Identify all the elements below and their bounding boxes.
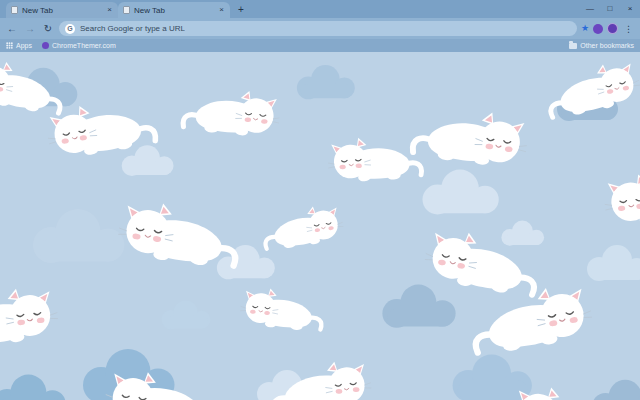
folder-icon — [569, 43, 577, 49]
bookmark-chromethemer[interactable]: ChromeThemer.com — [42, 42, 116, 49]
close-window-button[interactable]: × — [620, 0, 640, 18]
window-controls: — □ × — [580, 0, 640, 18]
bookmark-star-icon[interactable]: ★ — [581, 24, 589, 33]
bookmark-label: Apps — [16, 42, 32, 49]
page-icon — [123, 6, 130, 14]
close-tab-icon[interactable]: × — [106, 6, 113, 14]
menu-icon[interactable]: ⋮ — [622, 24, 635, 34]
forward-button[interactable]: → — [23, 24, 37, 34]
tab-title: New Tab — [134, 6, 214, 15]
address-bar-placeholder: Search Google or type a URL — [80, 24, 185, 33]
bookmark-favicon — [42, 42, 49, 49]
bookmark-label: ChromeThemer.com — [52, 42, 116, 49]
google-logo-icon: G — [65, 24, 75, 34]
close-tab-icon[interactable]: × — [218, 6, 225, 14]
minimize-button[interactable]: — — [580, 0, 600, 18]
address-bar[interactable]: G Search Google or type a URL — [59, 21, 577, 36]
tab-title: New Tab — [22, 6, 102, 15]
new-tab-button[interactable]: + — [234, 3, 248, 17]
other-bookmarks-label: Other bookmarks — [580, 42, 634, 49]
tab-strip: New Tab × New Tab × + — □ × — [0, 0, 640, 18]
reload-button[interactable]: ↻ — [41, 24, 55, 34]
toolbar: ← → ↻ G Search Google or type a URL ★ ⋮ — [0, 18, 640, 39]
apps-grid-icon — [6, 42, 13, 49]
maximize-button[interactable]: □ — [600, 0, 620, 18]
back-button[interactable]: ← — [5, 24, 19, 34]
tab-new-tab-2[interactable]: New Tab × — [118, 2, 230, 18]
profile-avatar[interactable] — [607, 23, 618, 34]
wallpaper-cats-illustration — [0, 52, 640, 400]
bookmarks-bar: Apps ChromeThemer.com Other bookmarks — [0, 39, 640, 52]
other-bookmarks[interactable]: Other bookmarks — [569, 42, 634, 49]
browser-window: New Tab × New Tab × + — □ × ← → ↻ G Sear… — [0, 0, 640, 400]
bookmark-apps[interactable]: Apps — [6, 42, 32, 49]
wallpaper — [0, 52, 640, 400]
tab-new-tab-1[interactable]: New Tab × — [6, 2, 118, 18]
extension-icon[interactable] — [593, 24, 603, 34]
page-icon — [11, 6, 18, 14]
